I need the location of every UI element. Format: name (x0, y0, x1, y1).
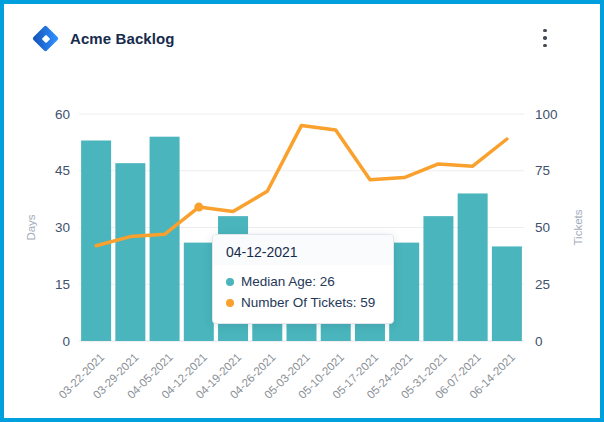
series-dot-icon (226, 278, 234, 286)
left-axis-tick-label: 30 (55, 220, 70, 235)
median-age-bar[interactable] (150, 137, 180, 341)
tooltip-items: Median Age: 26Number Of Tickets: 59 (213, 265, 393, 323)
median-age-bar[interactable] (81, 140, 111, 341)
median-age-bar[interactable] (423, 216, 453, 341)
right-axis-tick-label: 25 (535, 277, 550, 292)
right-axis-tick-label: 100 (535, 107, 558, 122)
right-axis-tick-label: 50 (535, 220, 550, 235)
median-age-bar[interactable] (492, 246, 522, 341)
left-axis-tick-label: 15 (55, 277, 70, 292)
right-axis-title: Tickets (572, 209, 584, 245)
backlog-combo-chart[interactable]: 0153045600255075100DaysTickets03-22-2021… (4, 4, 604, 422)
chart-tooltip: 04-12-2021 Median Age: 26Number Of Ticke… (212, 234, 394, 324)
median-age-bar[interactable] (458, 193, 488, 341)
tooltip-item: Median Age: 26 (226, 271, 380, 292)
left-axis-tick-label: 60 (55, 107, 70, 122)
right-axis-tick-label: 0 (535, 334, 543, 349)
app-window: Acme Backlog 0153045600255075100DaysTick… (0, 0, 604, 422)
right-axis-tick-label: 75 (535, 163, 550, 178)
left-axis-tick-label: 45 (55, 163, 70, 178)
series-dot-icon (226, 299, 234, 307)
left-axis-title: Days (25, 214, 37, 240)
tooltip-item-text: Median Age: 26 (241, 274, 335, 289)
hovered-point-marker[interactable] (194, 203, 203, 212)
median-age-bar[interactable] (115, 163, 145, 341)
tooltip-item: Number Of Tickets: 59 (226, 292, 380, 313)
tooltip-title: 04-12-2021 (213, 235, 393, 265)
median-age-bar[interactable] (184, 243, 214, 341)
tooltip-item-text: Number Of Tickets: 59 (241, 295, 375, 310)
left-axis-tick-label: 0 (62, 334, 70, 349)
